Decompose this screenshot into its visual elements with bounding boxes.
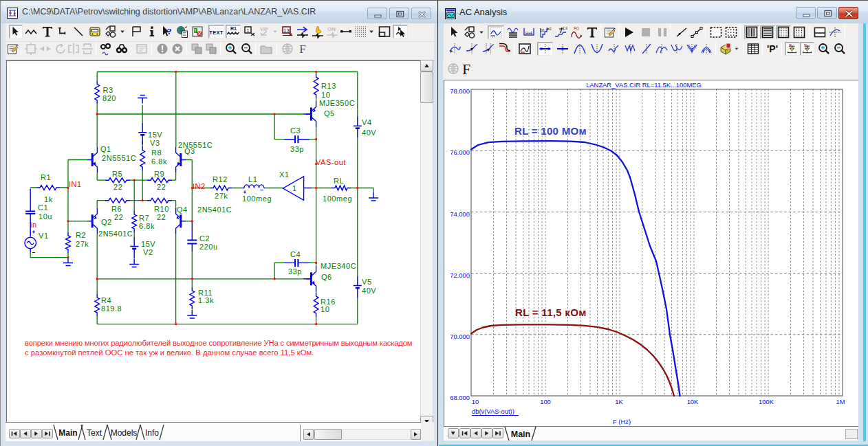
svg-text:H•4: H•4 bbox=[525, 31, 532, 35]
svg-text:10: 10 bbox=[540, 28, 544, 32]
svg-text:Info: Info bbox=[145, 428, 159, 438]
svg-text:R1: R1 bbox=[230, 26, 237, 31]
svg-text:X: X bbox=[789, 43, 792, 47]
svg-text:Text: Text bbox=[87, 428, 102, 438]
svg-text:?: ? bbox=[167, 26, 172, 36]
svg-text:13: 13 bbox=[283, 27, 290, 34]
svg-text:Models: Models bbox=[111, 428, 138, 438]
svg-text:'P': 'P' bbox=[767, 43, 778, 54]
svg-text:ON: ON bbox=[327, 26, 336, 32]
svg-text:TEXT: TEXT bbox=[209, 30, 223, 36]
svg-text:Y: Y bbox=[804, 43, 807, 47]
svg-text:F(): F() bbox=[574, 26, 579, 30]
svg-text:Main: Main bbox=[511, 430, 530, 439]
svg-text:1.0: 1.0 bbox=[546, 27, 552, 31]
svg-text:Main: Main bbox=[58, 428, 77, 438]
svg-text:1: 1 bbox=[246, 27, 250, 34]
svg-text:1.0: 1.0 bbox=[563, 26, 567, 30]
svg-text:F: F bbox=[299, 43, 305, 56]
svg-text:!: ! bbox=[195, 28, 196, 33]
